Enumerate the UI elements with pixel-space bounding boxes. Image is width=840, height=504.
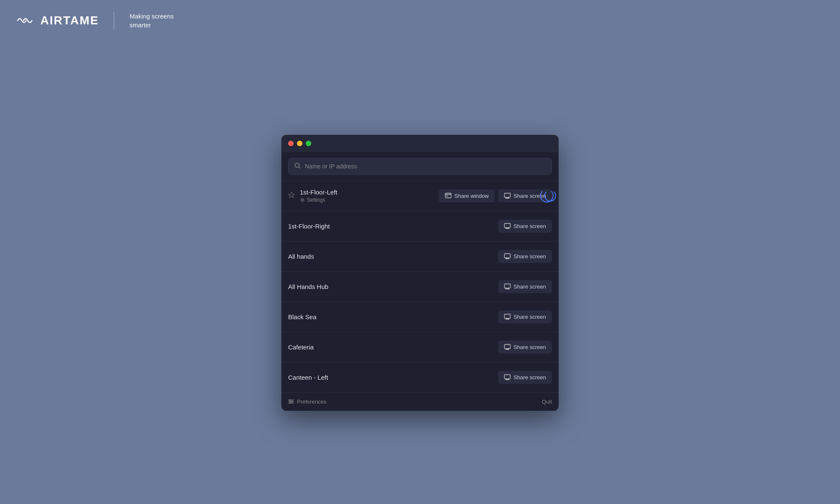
share-screen-button[interactable]: Share screen — [498, 310, 552, 323]
device-row: Canteen - Left Share screen — [281, 362, 559, 392]
share-screen-label: Share screen — [514, 374, 546, 381]
device-row: All Hands Hub Share screen — [281, 271, 559, 302]
share-window-button[interactable]: Share window — [439, 189, 495, 202]
device-name: Canteen - Left — [288, 374, 328, 381]
device-buttons: Share screen — [498, 280, 552, 293]
main-content: 1st-Floor-Left Settings — [0, 41, 840, 504]
svg-rect-6 — [446, 195, 448, 197]
share-screen-button[interactable]: Share screen — [498, 280, 552, 293]
share-screen-label: Share screen — [514, 284, 546, 290]
share-screen-icon — [504, 344, 511, 350]
logo-divider — [114, 12, 114, 29]
device-buttons: Share screen — [498, 220, 552, 233]
device-info: Black Sea — [288, 313, 317, 320]
preferences-label: Preferences — [297, 399, 326, 405]
device-left: Black Sea — [288, 313, 317, 320]
share-screen-button[interactable]: Share screen — [498, 189, 552, 202]
preferences-button[interactable]: Preferences — [288, 399, 326, 405]
favorite-icon[interactable] — [288, 192, 295, 200]
logo-area: AIRTAME Making screens smarter — [17, 12, 174, 29]
device-name: Cafeteria — [288, 344, 314, 351]
device-row: Black Sea Share screen — [281, 302, 559, 332]
device-buttons: Share screen — [498, 310, 552, 323]
svg-rect-7 — [504, 193, 510, 197]
device-row: All hands Share screen — [281, 241, 559, 271]
device-info: All hands — [288, 253, 314, 260]
device-left: All hands — [288, 253, 314, 260]
svg-marker-2 — [289, 192, 294, 198]
device-buttons: Share screen — [498, 371, 552, 384]
device-info: Cafeteria — [288, 344, 314, 351]
share-screen-label: Share screen — [514, 314, 546, 320]
device-info: 1st-Floor-Left Settings — [300, 189, 337, 203]
device-name: Black Sea — [288, 313, 317, 320]
svg-rect-11 — [504, 223, 510, 228]
share-screen-label: Share screen — [514, 344, 546, 350]
share-window-label: Share window — [454, 193, 489, 199]
search-wrapper — [288, 158, 552, 175]
device-info: 1st-Floor-Right — [288, 223, 330, 230]
logo-tagline: Making screens smarter — [129, 12, 173, 29]
share-screen-button[interactable]: Share screen — [498, 371, 552, 384]
device-name: All hands — [288, 253, 314, 260]
svg-point-39 — [291, 401, 292, 402]
device-left: All Hands Hub — [288, 283, 328, 290]
search-bar — [281, 152, 559, 181]
share-screen-icon — [504, 223, 511, 229]
loading-ring — [544, 190, 556, 202]
maximize-button[interactable] — [306, 141, 311, 146]
share-screen-icon — [504, 284, 511, 289]
device-list: 1st-Floor-Left Settings — [281, 181, 559, 392]
svg-point-40 — [290, 402, 291, 404]
bottom-bar: Preferences Quit — [281, 392, 559, 411]
device-name: 1st-Floor-Left — [300, 189, 337, 196]
svg-rect-23 — [504, 314, 510, 318]
svg-rect-27 — [504, 344, 510, 349]
share-screen-label: Share screen — [514, 193, 546, 199]
share-screen-icon — [504, 374, 511, 380]
device-row: 1st-Floor-Left Settings — [281, 181, 559, 211]
svg-line-1 — [299, 167, 300, 168]
preferences-icon — [288, 399, 294, 404]
device-settings[interactable]: Settings — [300, 197, 337, 203]
device-info: Canteen - Left — [288, 374, 328, 381]
device-left: Cafeteria — [288, 344, 314, 351]
share-screen-label: Share screen — [514, 223, 546, 229]
device-name: 1st-Floor-Right — [288, 223, 330, 230]
svg-rect-19 — [504, 284, 510, 288]
device-row: Cafeteria Share screen — [281, 332, 559, 362]
device-info: All Hands Hub — [288, 283, 328, 290]
settings-label: Settings — [307, 197, 325, 203]
search-input[interactable] — [305, 163, 546, 170]
logo-waves-icon — [17, 16, 33, 26]
device-buttons: Share screen — [498, 341, 552, 354]
share-screen-icon — [504, 253, 511, 259]
device-buttons: Share screen — [498, 250, 552, 263]
svg-rect-31 — [504, 375, 510, 379]
close-button[interactable] — [288, 141, 294, 146]
device-left: 1st-Floor-Right — [288, 223, 330, 230]
search-icon — [294, 163, 301, 170]
svg-point-38 — [289, 399, 291, 401]
share-screen-button[interactable]: Share screen — [498, 220, 552, 233]
logo-text: AIRTAME — [40, 14, 99, 27]
device-buttons: Share window Share screen — [439, 189, 552, 202]
device-name: All Hands Hub — [288, 283, 328, 290]
device-row: 1st-Floor-Right Share screen — [281, 211, 559, 241]
share-screen-button[interactable]: Share screen — [498, 341, 552, 354]
app-window: 1st-Floor-Left Settings — [281, 135, 559, 411]
share-screen-icon — [504, 193, 511, 199]
share-screen-button[interactable]: Share screen — [498, 250, 552, 263]
svg-rect-15 — [504, 254, 510, 258]
svg-point-3 — [302, 199, 303, 201]
share-screen-label: Share screen — [514, 253, 546, 260]
title-bar — [281, 135, 559, 152]
minimize-button[interactable] — [297, 141, 302, 146]
quit-button[interactable]: Quit — [542, 399, 552, 405]
device-left: 1st-Floor-Left Settings — [288, 189, 337, 203]
top-bar: AIRTAME Making screens smarter — [0, 0, 840, 41]
share-window-icon — [445, 193, 452, 199]
share-screen-icon — [504, 314, 511, 320]
device-left: Canteen - Left — [288, 374, 328, 381]
